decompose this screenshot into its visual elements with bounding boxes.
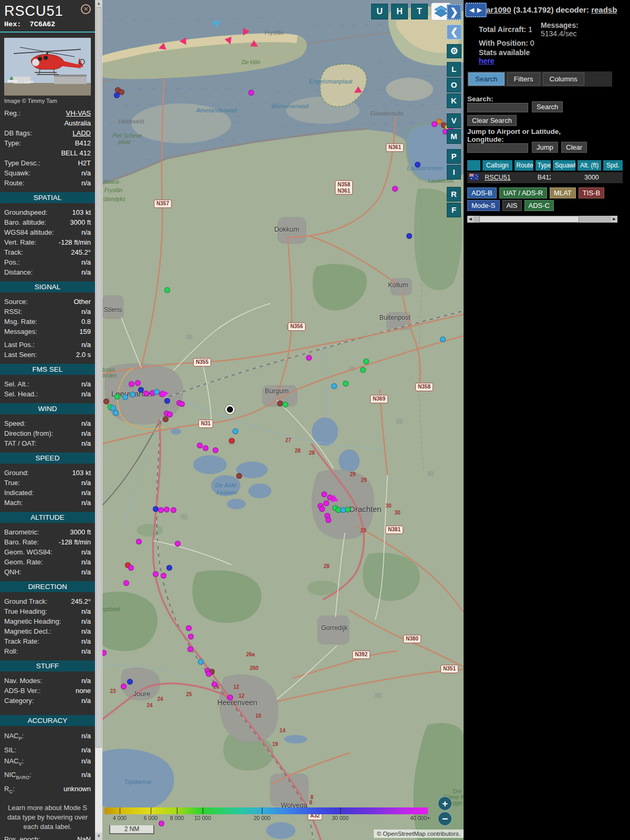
aircraft-history-dot[interactable]: [187, 646, 193, 652]
search-input[interactable]: [467, 103, 528, 112]
scroll-right-icon[interactable]: ►: [611, 216, 617, 223]
expand-panel-icon[interactable]: ❯: [447, 4, 461, 20]
aircraft-history-dot[interactable]: [363, 359, 369, 364]
aircraft-marker[interactable]: [213, 21, 220, 28]
map-button-v[interactable]: V: [447, 113, 461, 128]
aircraft-history-dot[interactable]: [143, 391, 149, 396]
map-button-u[interactable]: U: [371, 4, 388, 19]
aircraft-history-dot[interactable]: [164, 507, 170, 512]
close-icon[interactable]: ✕: [81, 4, 91, 14]
aircraft-history-dot[interactable]: [323, 500, 329, 506]
stats-here-link[interactable]: here: [479, 57, 495, 65]
column-header-Squawk[interactable]: Squawk: [553, 160, 576, 171]
collapse-panel-icon[interactable]: ❮: [447, 25, 461, 39]
sidebar-scrollbar[interactable]: ▲ ▼: [95, 0, 102, 840]
data-value[interactable]: VH-VAS: [66, 108, 91, 118]
aircraft-history-dot[interactable]: [282, 402, 288, 407]
aircraft-history-dot[interactable]: [138, 387, 144, 393]
filter-chip-tisb[interactable]: TIS-B: [579, 187, 604, 198]
tar1090-link[interactable]: tar1090: [484, 5, 511, 14]
aircraft-history-dot[interactable]: [128, 565, 134, 571]
scroll-up-icon[interactable]: ▲: [95, 0, 102, 7]
aircraft-history-dot[interactable]: [122, 394, 128, 400]
aircraft-history-dot[interactable]: [121, 684, 127, 689]
scrollbar-thumb[interactable]: [96, 7, 102, 748]
jump-button[interactable]: Jump: [532, 142, 558, 153]
aircraft-history-dot[interactable]: [392, 186, 398, 192]
aircraft-history-dot[interactable]: [129, 381, 134, 387]
aircraft-history-dot[interactable]: [153, 506, 159, 512]
aircraft-history-dot[interactable]: [306, 355, 312, 361]
aircraft-history-dot[interactable]: [186, 625, 192, 631]
table-row[interactable]: RSCU51B4123000: [467, 172, 623, 183]
table-horizontal-scrollbar[interactable]: ◄ ►: [467, 216, 617, 223]
aircraft-history-dot[interactable]: [212, 681, 217, 687]
scroll-left-icon[interactable]: ◄: [467, 216, 474, 223]
tab-filters[interactable]: Filters: [507, 72, 540, 86]
clear-search-button[interactable]: Clear Search: [467, 115, 517, 126]
aircraft-history-dot[interactable]: [326, 517, 331, 523]
readsb-link[interactable]: readsb: [591, 5, 617, 14]
column-header-Callsign[interactable]: Callsign: [482, 160, 512, 171]
aircraft-history-dot[interactable]: [197, 443, 203, 448]
aircraft-history-dot[interactable]: [319, 506, 325, 512]
aircraft-history-dot[interactable]: [167, 412, 173, 417]
map-button-t[interactable]: T: [411, 4, 428, 19]
aircraft-history-dot[interactable]: [440, 337, 446, 342]
map-button-l[interactable]: L: [447, 62, 461, 77]
aircraft-history-dot[interactable]: [213, 447, 218, 453]
aircraft-history-dot[interactable]: [164, 398, 170, 404]
aircraft-history-dot[interactable]: [236, 473, 242, 479]
aircraft-history-dot[interactable]: [171, 507, 176, 513]
aircraft-history-dot[interactable]: [163, 416, 169, 422]
aircraft-history-dot[interactable]: [114, 92, 120, 98]
aircraft-history-dot[interactable]: [321, 491, 327, 497]
cell-callsign[interactable]: RSCU51: [482, 172, 512, 183]
map[interactable]: DokkumKollumBuitenpostBurgumDrachtenGorr…: [102, 0, 464, 840]
aircraft-history-dot[interactable]: [164, 287, 170, 293]
aircraft-history-dot[interactable]: [248, 90, 254, 96]
search-button[interactable]: Search: [532, 101, 563, 112]
map-button-m[interactable]: M: [447, 129, 461, 144]
aircraft-history-dot[interactable]: [229, 438, 235, 444]
aircraft-history-dot[interactable]: [154, 389, 160, 395]
tab-columns[interactable]: Columns: [543, 72, 584, 86]
filter-chip-modes[interactable]: Mode-S: [467, 200, 500, 211]
clear-jump-button[interactable]: Clear: [561, 142, 587, 153]
aircraft-history-dot[interactable]: [158, 507, 164, 513]
aircraft-history-dot[interactable]: [415, 162, 421, 167]
filter-chip-adsb[interactable]: ADS-B: [467, 187, 497, 198]
scroll-down-icon[interactable]: ▼: [95, 833, 102, 840]
aircraft-history-dot[interactable]: [179, 401, 185, 407]
aircraft-history-dot[interactable]: [277, 401, 283, 406]
selected-aircraft-marker[interactable]: [225, 405, 235, 414]
aircraft-history-dot[interactable]: [188, 634, 194, 639]
map-button-k[interactable]: K: [447, 93, 461, 108]
aircraft-history-dot[interactable]: [136, 539, 142, 544]
map-button-i[interactable]: I: [447, 165, 461, 180]
aircraft-history-dot[interactable]: [331, 383, 337, 389]
map-button-f[interactable]: F: [447, 203, 461, 217]
aircraft-history-dot[interactable]: [161, 573, 166, 579]
aircraft-history-dot[interactable]: [102, 650, 107, 656]
filter-chip-uatadsr[interactable]: UAT / ADS-R: [499, 187, 547, 198]
zoom-out-button[interactable]: −: [438, 812, 452, 826]
aircraft-history-dot[interactable]: [153, 571, 159, 577]
aircraft-history-dot[interactable]: [114, 394, 120, 400]
aircraft-marker[interactable]: [180, 38, 186, 45]
aircraft-history-dot[interactable]: [432, 121, 437, 127]
aircraft-history-dot[interactable]: [113, 410, 119, 416]
column-header-Route[interactable]: Route: [514, 160, 533, 171]
aircraft-history-dot[interactable]: [175, 541, 181, 547]
data-value[interactable]: LADD: [72, 128, 91, 138]
aircraft-history-dot[interactable]: [159, 821, 164, 826]
map-button-h[interactable]: H: [391, 4, 408, 19]
aircraft-history-dot[interactable]: [130, 392, 135, 397]
aircraft-history-dot[interactable]: [198, 659, 204, 665]
zoom-in-button[interactable]: +: [438, 796, 452, 811]
aircraft-history-dot[interactable]: [123, 580, 129, 586]
jump-input[interactable]: [467, 143, 528, 153]
tab-search[interactable]: Search: [468, 72, 505, 86]
aircraft-history-dot[interactable]: [233, 428, 238, 434]
column-header-icon[interactable]: [467, 160, 480, 171]
